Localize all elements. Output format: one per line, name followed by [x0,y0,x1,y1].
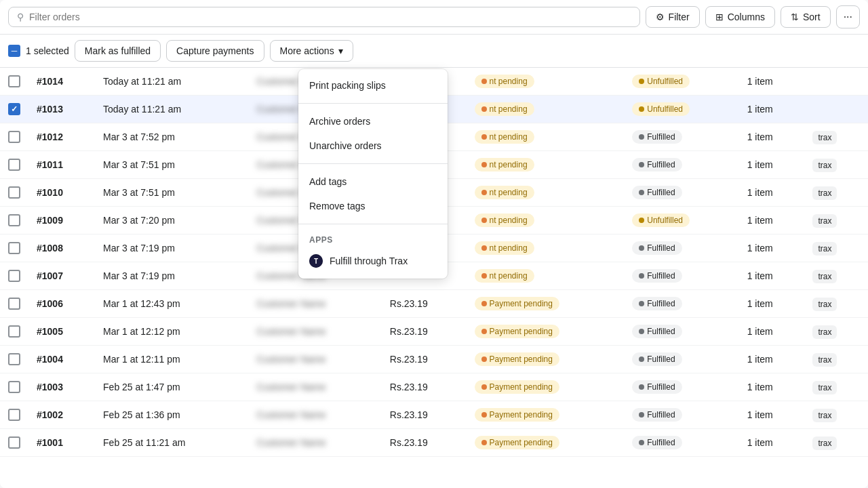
order-id[interactable]: #1007 [37,270,63,281]
order-date: Mar 1 at 12:43 pm [95,290,249,318]
select-all-checkbox[interactable] [8,45,20,57]
capture-payments-button[interactable]: Capture payments [166,40,264,62]
dropdown-item-archive[interactable]: Archive orders [298,109,448,134]
row-checkbox[interactable] [8,214,20,226]
row-checkbox[interactable] [8,270,20,282]
order-tag: trax [812,214,837,228]
order-amount: Rs.23.19 [382,401,467,429]
dropdown-item-trax[interactable]: T Fulfill through Trax [298,247,448,274]
dropdown-divider-1 [298,103,448,104]
table-row: #1001Feb 25 at 11:21 amCustomer NameRs.2… [0,429,868,457]
fulfillment-status-badge: Fulfilled [632,325,682,338]
mark-fulfilled-button[interactable]: Mark as fulfilled [75,40,161,62]
order-date: Mar 1 at 12:11 pm [95,346,249,373]
item-count: 1 item [739,429,805,457]
order-id[interactable]: #1011 [37,159,63,170]
dropdown-section-apps: APPS T Fulfill through Trax [298,226,448,279]
order-amount: Rs.23.19 [382,290,467,318]
dropdown-divider-2 [298,163,448,164]
sort-button[interactable]: ⇅ Sort [781,6,831,28]
order-id[interactable]: #1005 [37,326,63,337]
payment-status-badge: Payment pending [475,380,559,394]
row-checkbox[interactable] [8,353,20,365]
more-actions-button[interactable]: More actions ▾ [270,40,353,62]
apps-section-label: APPS [298,230,448,247]
dropdown-item-print[interactable]: Print packing slips [298,73,448,98]
order-id[interactable]: #1010 [37,187,63,198]
order-id[interactable]: #1012 [37,131,63,142]
order-amount: Rs.23.19 [382,318,467,346]
order-id[interactable]: #1014 [37,76,63,87]
fulfillment-status-badge: Unfulfilled [632,75,690,88]
trax-icon: T [309,254,323,268]
order-id[interactable]: #1004 [37,354,63,365]
payment-status-badge: Payment pending [475,297,559,310]
dropdown-item-remove-tags[interactable]: Remove tags [298,194,448,218]
filter-button[interactable]: ⚙ Filter [646,6,700,28]
order-id[interactable]: #1002 [37,409,63,420]
order-tag: trax [812,409,837,422]
payment-status-badge: nt pending [475,75,534,88]
row-checkbox[interactable] [8,131,20,143]
order-id[interactable]: #1009 [37,215,63,226]
row-checkbox[interactable] [8,186,20,199]
svg-text:T: T [314,258,318,265]
payment-status-badge: Payment pending [475,352,559,366]
archive-label: Archive orders [309,116,370,127]
order-date: Mar 3 at 7:51 pm [95,179,249,207]
customer-name: Customer Name [257,354,326,365]
row-checkbox[interactable] [8,381,20,393]
order-tag: trax [812,186,837,200]
row-checkbox[interactable] [8,159,20,171]
trax-label: Fulfill through Trax [330,256,408,266]
order-id[interactable]: #1001 [37,437,63,448]
fulfillment-status-badge: Fulfilled [632,269,682,283]
order-tag: trax [812,298,837,311]
search-icon: ⚲ [17,12,24,22]
fulfillment-status-badge: Unfulfilled [632,102,690,116]
fulfillment-status-badge: Fulfilled [632,436,682,449]
columns-button[interactable]: ⊞ Columns [705,6,775,28]
payment-status-badge: Payment pending [475,325,559,338]
customer-name: Customer Name [257,298,326,309]
order-date: Mar 3 at 7:19 pm [95,235,249,262]
payment-status-badge: Payment pending [475,408,559,422]
row-checkbox[interactable] [8,298,20,310]
order-tag: trax [812,242,837,256]
dropdown-item-unarchive[interactable]: Unarchive orders [298,134,448,158]
fulfillment-status-badge: Fulfilled [632,352,682,366]
order-date: Mar 3 at 7:51 pm [95,151,249,179]
row-checkbox[interactable] [8,409,20,421]
order-date: Today at 11:21 am [95,96,249,123]
order-id[interactable]: #1013 [37,104,63,115]
order-id[interactable]: #1008 [37,243,63,253]
order-tag: trax [812,159,837,172]
order-id[interactable]: #1003 [37,382,63,392]
search-box[interactable]: ⚲ [8,7,640,27]
row-checkbox[interactable] [8,436,20,449]
item-count: 1 item [739,373,805,401]
order-date: Today at 11:21 am [95,68,249,96]
payment-status-badge: nt pending [475,269,534,283]
row-checkbox[interactable] [8,75,20,87]
action-bar: 1 selected Mark as fulfilled Capture pay… [0,35,868,68]
row-checkbox[interactable] [8,242,20,254]
selected-count: 1 selected [26,45,69,56]
order-id[interactable]: #1006 [37,298,63,309]
customer-name: Customer Name [257,409,326,420]
row-checkbox[interactable] [8,103,20,115]
columns-label: Columns [728,12,765,22]
search-input[interactable] [29,12,631,22]
more-button[interactable]: ··· [836,5,860,28]
fulfillment-status-badge: Fulfilled [632,408,682,422]
row-checkbox[interactable] [8,325,20,338]
sort-icon: ⇅ [791,12,799,22]
dropdown-item-add-tags[interactable]: Add tags [298,169,448,194]
item-count: 1 item [739,151,805,179]
table-row: #1004Mar 1 at 12:11 pmCustomer NameRs.23… [0,346,868,373]
filter-icon: ⚙ [656,12,665,22]
item-count: 1 item [739,346,805,373]
dropdown-section-main: Print packing slips [298,69,448,102]
columns-icon: ⊞ [715,12,724,22]
item-count: 1 item [739,123,805,151]
